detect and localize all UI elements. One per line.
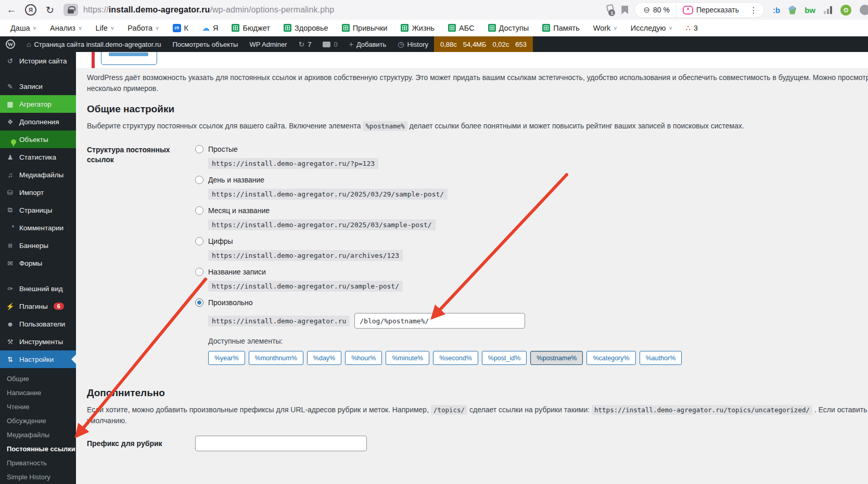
option-label[interactable]: День и название	[208, 176, 264, 184]
zoom-control[interactable]: ⊖ 80 %	[637, 3, 676, 17]
extension-gear-icon[interactable]: ⚙	[840, 5, 851, 16]
bookmark-dots[interactable]: ∴3	[686, 24, 698, 32]
comments-indicator[interactable]: 0	[317, 36, 343, 52]
bookmark-ya[interactable]: ☁Я	[202, 23, 218, 33]
sidebar-item-statistics[interactable]: ♟Статистика	[0, 148, 76, 166]
bookmark-label: Привычки	[353, 24, 388, 32]
submenu-discussion[interactable]: Обсуждение	[0, 414, 76, 428]
submenu-reading[interactable]: Чтение	[0, 400, 76, 414]
extension-gem-icon[interactable]	[788, 6, 796, 15]
sidebar-item-posts[interactable]: ✎Записи	[0, 77, 76, 95]
sidebar-item-users[interactable]: ☻Пользователи	[0, 315, 76, 333]
sidebar-item-plugins[interactable]: ⚡Плагины6	[0, 297, 76, 315]
tag-category-button[interactable]: %category%	[586, 351, 635, 365]
sidebar-item-banners[interactable]: ⧈Баннеры	[0, 237, 76, 254]
bookmark-abc[interactable]: АБС	[448, 24, 475, 32]
sidebar-item-objects[interactable]: Объекты	[0, 130, 76, 148]
submenu-simple-history[interactable]: Simple History	[0, 470, 76, 484]
address-bar[interactable]: https://install.demo-agregator.ru/wp-adm…	[63, 4, 334, 16]
option-example-url: https://install.demo-agregator.ru/2025/0…	[208, 189, 448, 200]
add-new-menu[interactable]: +Добавить	[343, 36, 392, 52]
zoom-out-icon[interactable]: ⊖	[643, 5, 650, 15]
sheets-icon	[488, 24, 496, 32]
sidebar-item-site-history[interactable]: ↺История сайта	[0, 52, 76, 70]
reload-icon[interactable]: ↻	[44, 4, 56, 16]
view-objects-link[interactable]: Посмотреть объекты	[167, 36, 244, 52]
radio-plain[interactable]	[195, 145, 203, 153]
site-link[interactable]: ⌂Страница сайта install.demo-agregator.r…	[21, 36, 167, 52]
submenu-privacy[interactable]: Приватность	[0, 456, 76, 470]
kebab-menu-icon[interactable]: ⋮	[745, 5, 762, 15]
radio-month-name[interactable]	[195, 206, 203, 215]
sidebar-item-pages[interactable]: ⧉Страницы	[0, 201, 76, 219]
extension-partial-icon[interactable]	[860, 5, 868, 15]
query-monitor-badge[interactable]: 0,88с 54,4МБ 0,02с 653	[434, 36, 533, 52]
bookmark-budget[interactable]: Бюджет	[232, 24, 270, 32]
sidebar-item-comments[interactable]: Комментарии	[0, 219, 76, 237]
bookmark-calendar[interactable]: 25К	[173, 24, 188, 32]
tag-postid-button[interactable]: %post_id%	[482, 351, 527, 365]
back-icon[interactable]: ←	[5, 4, 18, 16]
lock-icon[interactable]	[63, 4, 78, 16]
custom-structure-input[interactable]	[354, 313, 525, 329]
sidebar-item-settings[interactable]: ⇅Настройки	[0, 350, 76, 368]
tag-monthnum-button[interactable]: %monthnum%	[249, 351, 303, 365]
sheets-icon	[542, 24, 550, 32]
bookmark-dostupy[interactable]: Доступы	[488, 24, 529, 32]
extension-tag-icon[interactable]: 1	[605, 5, 615, 15]
bookmark-flag-icon[interactable]	[621, 6, 628, 15]
extension-bw-icon[interactable]: bw	[805, 6, 815, 15]
bookmark-folder-rabota[interactable]: Работа˅	[127, 24, 159, 32]
option-label[interactable]: Простые	[208, 145, 238, 153]
sidebar-label: Настройки	[19, 356, 54, 363]
rephrase-button[interactable]: ❝ Пересказать	[676, 3, 745, 17]
submenu-writing[interactable]: Написание	[0, 386, 76, 400]
yandex-browser-icon[interactable]: Я	[25, 4, 36, 16]
url-text[interactable]: https://install.demo-agregator.ru/wp-adm…	[83, 5, 334, 15]
tag-postname-button[interactable]: %postname%	[530, 351, 583, 365]
updates-indicator[interactable]: ↻7	[292, 36, 317, 52]
tag-year-button[interactable]: %year%	[208, 351, 245, 365]
bookmark-folder-analiz[interactable]: Анализ˅	[50, 24, 82, 32]
notice-red-border	[92, 52, 95, 68]
bookmark-zhizn[interactable]: Жизнь	[401, 24, 435, 32]
sidebar-item-forms[interactable]: ✉Формы	[0, 254, 76, 272]
category-base-input[interactable]	[195, 436, 367, 451]
clipped-button[interactable]	[101, 52, 157, 65]
tag-minute-button[interactable]: %minute%	[386, 351, 429, 365]
history-menu[interactable]: ◷History	[392, 36, 434, 52]
option-label[interactable]: Месяц и название	[208, 206, 270, 215]
tag-day-button[interactable]: %day%	[307, 351, 341, 365]
sidebar-item-import[interactable]: ⛁Импорт	[0, 184, 76, 201]
bookmark-folder-dasha[interactable]: Даша˅	[10, 24, 36, 32]
tag-author-button[interactable]: %author%	[640, 351, 682, 365]
sidebar-item-media[interactable]: ♫Медиафайлы	[0, 166, 76, 184]
submenu-media[interactable]: Медиафайлы	[0, 428, 76, 442]
bookmark-folder-work[interactable]: Work˅	[593, 24, 617, 32]
wp-adminer-link[interactable]: WP Adminer	[244, 36, 292, 52]
sidebar-label: Комментарии	[19, 224, 63, 232]
extension-b-icon[interactable]: :b	[773, 6, 780, 15]
radio-numeric[interactable]	[195, 237, 203, 245]
sidebar-item-tools[interactable]: ⚒Инструменты	[0, 333, 76, 350]
tag-second-button[interactable]: %second%	[433, 351, 478, 365]
wp-logo-menu[interactable]: W	[0, 36, 21, 52]
sidebar-item-appearance[interactable]: ✑Внешний вид	[0, 280, 76, 297]
tag-hour-button[interactable]: %hour%	[345, 351, 382, 365]
option-label[interactable]: Произвольно	[208, 298, 253, 307]
option-label[interactable]: Цифры	[208, 237, 233, 245]
sidebar-item-addons[interactable]: ❖Дополнения	[0, 113, 76, 130]
bookmark-folder-life[interactable]: Life˅	[95, 24, 114, 32]
radio-custom[interactable]	[195, 298, 203, 307]
submenu-permalinks[interactable]: Постоянные ссылки	[0, 442, 76, 456]
submenu-general[interactable]: Общие	[0, 372, 76, 386]
extension-barchart-icon[interactable]	[824, 6, 832, 14]
radio-post-name[interactable]	[195, 268, 203, 276]
bookmark-privychki[interactable]: Привычки	[342, 24, 388, 32]
bookmark-pamyat[interactable]: Память	[542, 24, 580, 32]
radio-day-name[interactable]	[195, 176, 203, 184]
bookmark-zdorovie[interactable]: Здоровье	[284, 24, 328, 32]
bookmark-folder-issleduyu[interactable]: Исследую˅	[631, 24, 672, 32]
sidebar-item-aggregator[interactable]: ▦Агрегатор	[0, 95, 76, 113]
option-label[interactable]: Название записи	[208, 268, 266, 276]
